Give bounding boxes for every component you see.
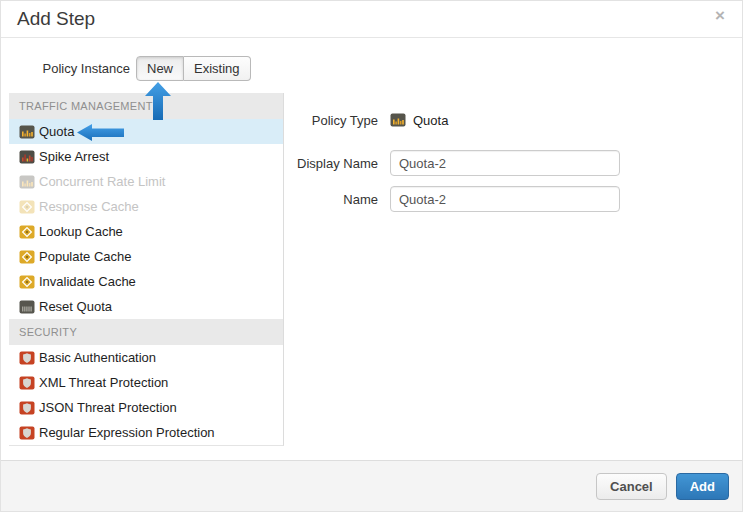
sidebar-item-xml-threat-protection[interactable]: XML Threat Protection xyxy=(9,370,283,395)
new-toggle-button[interactable]: New xyxy=(136,56,184,81)
sidebar-item-lookup-cache[interactable]: Lookup Cache xyxy=(9,219,283,244)
security-shield-icon xyxy=(19,375,35,391)
cache-diamond-icon xyxy=(19,249,35,265)
policy-form-panel: Policy Type Quota Display Name Name xyxy=(284,93,736,446)
quota-bars-icon xyxy=(390,112,406,128)
sidebar-item-label: JSON Threat Protection xyxy=(39,400,177,415)
policy-instance-toggle: New Existing xyxy=(136,56,251,81)
cache-diamond-icon xyxy=(19,224,35,240)
sidebar-item-reset-quota[interactable]: Reset Quota xyxy=(9,294,283,319)
sidebar-item-label: Reset Quota xyxy=(39,299,112,314)
name-row: Name xyxy=(284,186,736,212)
sidebar-item-response-cache: Response Cache xyxy=(9,194,283,219)
cancel-button[interactable]: Cancel xyxy=(596,473,667,500)
sidebar-item-label: Invalidate Cache xyxy=(39,274,136,289)
sidebar-item-basic-authentication[interactable]: Basic Authentication xyxy=(9,345,283,370)
sidebar-item-label: Lookup Cache xyxy=(39,224,123,239)
sidebar-item-populate-cache[interactable]: Populate Cache xyxy=(9,244,283,269)
quota-bars-icon xyxy=(19,174,35,190)
dialog-header: Add Step × xyxy=(1,1,742,38)
close-icon[interactable]: × xyxy=(715,7,725,24)
sidebar-item-label: Quota xyxy=(39,124,74,139)
sidebar-item-invalidate-cache[interactable]: Invalidate Cache xyxy=(9,269,283,294)
policy-type-label: Policy Type xyxy=(284,113,390,128)
add-button[interactable]: Add xyxy=(676,473,729,500)
sidebar-item-regular-expression-protection[interactable]: Regular Expression Protection xyxy=(9,420,283,445)
policy-type-row: Policy Type Quota xyxy=(284,107,736,133)
cache-diamond-icon xyxy=(19,199,35,215)
display-name-field[interactable] xyxy=(390,150,620,176)
sidebar-item-label: XML Threat Protection xyxy=(39,375,168,390)
policy-instance-row: Policy Instance New Existing xyxy=(1,56,251,81)
policy-type-list: TRAFFIC MANAGEMENTQuotaSpike ArrestConcu… xyxy=(9,93,284,446)
policy-type-text: Quota xyxy=(413,113,448,128)
sidebar-item-label: Regular Expression Protection xyxy=(39,425,215,440)
sidebar-item-label: Spike Arrest xyxy=(39,149,109,164)
display-name-row: Display Name xyxy=(284,150,736,176)
display-name-label: Display Name xyxy=(284,156,390,171)
dialog-footer: Cancel Add xyxy=(1,460,743,511)
section-header-traffic-management: TRAFFIC MANAGEMENT xyxy=(9,93,283,119)
dialog-title: Add Step xyxy=(17,8,95,30)
sidebar-item-label: Concurrent Rate Limit xyxy=(39,174,165,189)
sidebar-item-label: Response Cache xyxy=(39,199,139,214)
security-shield-icon xyxy=(19,400,35,416)
cache-diamond-icon xyxy=(19,274,35,290)
sidebar-item-label: Basic Authentication xyxy=(39,350,156,365)
sidebar-item-spike-arrest[interactable]: Spike Arrest xyxy=(9,144,283,169)
sidebar-item-json-threat-protection[interactable]: JSON Threat Protection xyxy=(9,395,283,420)
security-shield-icon xyxy=(19,350,35,366)
sidebar-item-quota[interactable]: Quota xyxy=(9,119,283,144)
sidebar-item-label: Populate Cache xyxy=(39,249,132,264)
spike-arrest-bars-icon xyxy=(19,149,35,165)
policy-type-value: Quota xyxy=(390,107,448,133)
existing-toggle-button[interactable]: Existing xyxy=(184,56,251,81)
name-label: Name xyxy=(284,192,390,207)
policy-instance-label: Policy Instance xyxy=(1,61,136,76)
sidebar-item-concurrent-rate-limit: Concurrent Rate Limit xyxy=(9,169,283,194)
add-step-dialog: Add Step × Policy Instance New Existing … xyxy=(0,0,743,512)
security-shield-icon xyxy=(19,425,35,441)
section-header-security: SECURITY xyxy=(9,319,283,345)
dialog-body: TRAFFIC MANAGEMENTQuotaSpike ArrestConcu… xyxy=(9,93,736,446)
quota-bars-icon xyxy=(19,124,35,140)
name-field[interactable] xyxy=(390,186,620,212)
reset-quota-bars-icon xyxy=(19,299,35,315)
